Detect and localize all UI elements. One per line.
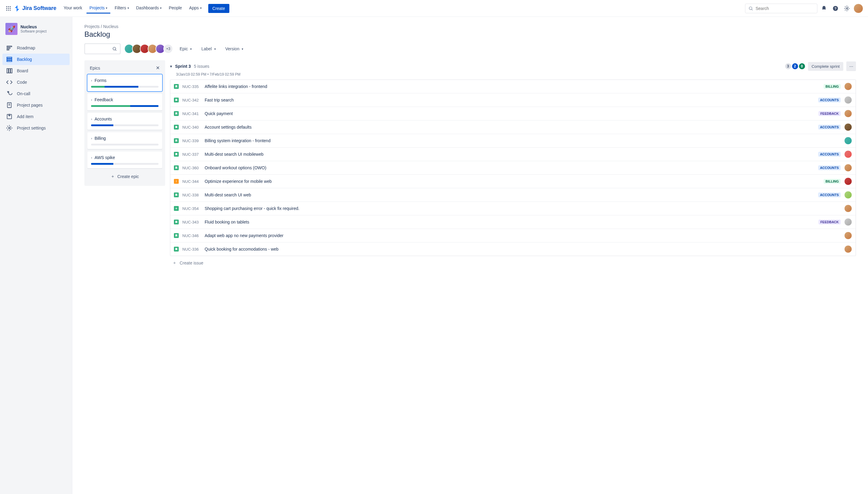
issue-row[interactable]: NUC-343Fluid booking on tabletsFEEDBACK [170, 215, 856, 229]
assignee-avatar[interactable] [844, 110, 852, 117]
pill-todo[interactable]: 3 [785, 63, 791, 69]
help-icon[interactable]: ? [831, 4, 840, 13]
filter-version[interactable]: Version▾ [224, 44, 245, 53]
jira-logo[interactable]: Jira Software [14, 5, 56, 12]
assignee-avatar[interactable] [844, 137, 852, 145]
complete-sprint-button[interactable]: Complete sprint [808, 62, 843, 71]
app-switcher-icon[interactable] [5, 5, 12, 12]
issue-key[interactable]: NUC-336 [182, 247, 201, 251]
issue-row[interactable]: NUC-340Account settings defaultsACCOUNTS [170, 120, 856, 134]
issue-row[interactable]: NUC-341Quick paymentFEEDBACK [170, 107, 856, 120]
nav-dashboards[interactable]: Dashboards▾ [133, 3, 165, 14]
nav-filters[interactable]: Filters▾ [112, 3, 132, 14]
epic-label[interactable]: ACCOUNTS [818, 152, 841, 157]
issue-key[interactable]: NUC-339 [182, 138, 201, 143]
epics-title: Epics [90, 66, 100, 71]
svg-rect-35 [176, 208, 177, 208]
epic-card[interactable]: ›AWS spike [87, 152, 162, 168]
epic-label[interactable]: ACCOUNTS [818, 98, 841, 102]
nav-people[interactable]: People [166, 3, 185, 14]
issue-type-icon [174, 247, 179, 251]
sidebar-item-code[interactable]: Code [2, 77, 70, 88]
epic-label[interactable]: BILLING [824, 84, 841, 89]
breadcrumb[interactable]: Projects / Nucleus [85, 24, 856, 29]
sidebar-item-roadmap[interactable]: Roadmap [2, 42, 70, 54]
chevron-right-icon: › [91, 79, 92, 82]
issue-key[interactable]: NUC-346 [182, 233, 201, 238]
assignee-avatar[interactable] [844, 232, 852, 240]
epic-label[interactable]: FEEDBACK [818, 111, 841, 116]
pill-in-progress[interactable]: 2 [792, 63, 798, 69]
issue-key[interactable]: NUC-343 [182, 220, 201, 224]
create-epic-button[interactable]: ＋ Create epic [87, 171, 162, 182]
issue-row[interactable]: NUC-337Multi-dest search UI mobilewebACC… [170, 148, 856, 161]
assignee-avatar[interactable] [844, 150, 852, 158]
issue-key[interactable]: NUC-338 [182, 193, 201, 197]
search-icon [112, 46, 117, 51]
assignee-avatar[interactable] [844, 218, 852, 226]
sidebar-item-board[interactable]: Board [2, 65, 70, 77]
assignee-avatar[interactable] [844, 177, 852, 185]
sidebar-item-on-call[interactable]: On-call [2, 88, 70, 99]
issue-summary: Quick booking for accomodations - web [205, 247, 841, 251]
issue-key[interactable]: NUC-360 [182, 166, 201, 170]
issue-key[interactable]: NUC-340 [182, 125, 201, 130]
epic-label[interactable]: ACCOUNTS [818, 125, 841, 130]
avatar-more[interactable]: +3 [163, 44, 173, 54]
issue-row[interactable]: NUC-336Quick booking for accomodations -… [170, 243, 856, 256]
issue-key[interactable]: NUC-335 [182, 84, 201, 89]
user-avatar[interactable] [853, 4, 863, 13]
sidebar-item-add-item[interactable]: Add item [2, 111, 70, 122]
issue-row[interactable]: NUC-346Adapt web app no new payments pro… [170, 229, 856, 243]
issue-key[interactable]: NUC-342 [182, 98, 201, 102]
issue-row[interactable]: NUC-354Shopping cart purchasing error - … [170, 202, 856, 215]
pill-done[interactable]: 0 [799, 63, 805, 69]
filter-label[interactable]: Label▾ [200, 44, 217, 53]
issue-row[interactable]: NUC-342Fast trip searchACCOUNTS [170, 93, 856, 107]
close-icon[interactable]: ✕ [156, 65, 160, 71]
epic-card[interactable]: ›Forms [87, 74, 162, 91]
epic-label[interactable]: ACCOUNTS [818, 165, 841, 170]
issue-type-icon [174, 125, 179, 130]
sidebar-item-project-pages[interactable]: Project pages [2, 99, 70, 111]
sidebar-item-project-settings[interactable]: Project settings [2, 122, 70, 134]
filter-epic[interactable]: Epic▾ [179, 44, 193, 53]
issue-row[interactable]: NUC-339Billing system integration - fron… [170, 134, 856, 148]
assignee-avatar[interactable] [844, 82, 852, 90]
nav-your-work[interactable]: Your work [60, 3, 85, 14]
epic-card[interactable]: ›Accounts [87, 113, 162, 130]
assignee-avatar[interactable] [844, 191, 852, 199]
create-button[interactable]: Create [208, 4, 229, 13]
issue-key[interactable]: NUC-344 [182, 179, 201, 184]
epic-card[interactable]: ›Feedback [87, 94, 162, 111]
issue-row[interactable]: NUC-338Multi-dest search UI webACCOUNTS [170, 188, 856, 202]
epic-card[interactable]: ›Billing [87, 132, 162, 149]
assignee-avatar[interactable] [844, 123, 852, 131]
epic-label[interactable]: FEEDBACK [818, 220, 841, 224]
sidebar-item-backlog[interactable]: Backlog [2, 54, 70, 65]
epic-label[interactable]: ACCOUNTS [818, 192, 841, 197]
issue-row[interactable]: NUC-344Optimize experience for mobile we… [170, 175, 856, 188]
backlog-search[interactable] [85, 43, 121, 54]
issue-row[interactable]: NUC-360Onboard workout options (OWO)ACCO… [170, 161, 856, 175]
chevron-down-icon[interactable]: ▾ [170, 64, 172, 69]
notifications-icon[interactable] [819, 4, 829, 13]
issue-row[interactable]: NUC-335Affelite links integration - fron… [170, 80, 856, 93]
assignee-avatar[interactable] [844, 205, 852, 212]
issue-key[interactable]: NUC-341 [182, 111, 201, 116]
assignee-avatar[interactable] [844, 96, 852, 104]
svg-point-8 [10, 10, 11, 11]
assignee-avatar[interactable] [844, 245, 852, 253]
more-actions-button[interactable]: ⋯ [846, 61, 856, 71]
nav-projects[interactable]: Projects▾ [87, 3, 111, 14]
issue-key[interactable]: NUC-354 [182, 206, 201, 211]
epic-label[interactable]: BILLING [824, 179, 841, 184]
search-input[interactable] [745, 4, 817, 13]
svg-point-13 [846, 7, 848, 9]
assignee-filter[interactable]: +3 [126, 44, 173, 54]
nav-apps[interactable]: Apps▾ [186, 3, 205, 14]
create-issue-button[interactable]: ＋ Create issue [170, 257, 856, 269]
assignee-avatar[interactable] [844, 164, 852, 172]
settings-icon[interactable] [842, 4, 852, 13]
issue-key[interactable]: NUC-337 [182, 152, 201, 157]
